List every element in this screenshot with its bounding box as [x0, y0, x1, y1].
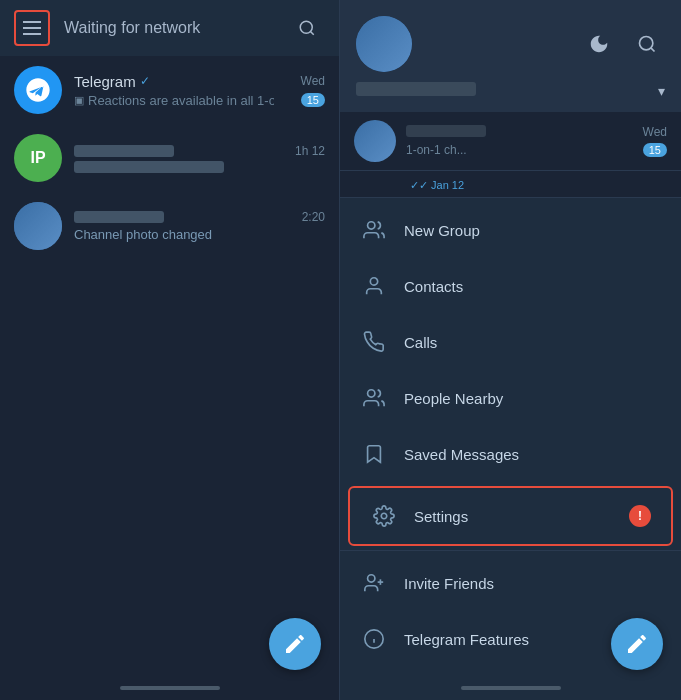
- menu-item-label: Invite Friends: [404, 575, 494, 592]
- avatar: [14, 66, 62, 114]
- group-icon: [360, 216, 388, 244]
- svg-point-6: [368, 390, 375, 397]
- info-icon: [360, 625, 388, 653]
- chat-time: 1h 12: [295, 144, 325, 158]
- chat-name: [74, 211, 164, 223]
- menu-list: New Group Contacts Calls: [340, 198, 681, 676]
- chat-item[interactable]: IP 1h 12: [0, 124, 339, 192]
- avatar: [14, 202, 62, 250]
- svg-point-2: [640, 37, 653, 50]
- menu-item-label: New Group: [404, 222, 480, 239]
- menu-button[interactable]: [14, 10, 50, 46]
- invite-icon: [360, 569, 388, 597]
- menu-item-label: Telegram Features: [404, 631, 529, 648]
- chat-preview-msg: [74, 161, 224, 173]
- menu-item-people-nearby[interactable]: People Nearby: [340, 370, 681, 426]
- chat-behind-time: Wed: [643, 125, 667, 139]
- divider: [340, 550, 681, 551]
- menu-item-settings[interactable]: Settings !: [350, 488, 671, 544]
- chat-behind-preview-text: 1-on-1 ch...: [406, 143, 467, 157]
- svg-line-3: [651, 48, 655, 52]
- chat-content: Telegram ✓ Wed ▣ Reactions are available…: [74, 73, 325, 108]
- chat-item[interactable]: Telegram ✓ Wed ▣ Reactions are available…: [0, 56, 339, 124]
- drawer-bottom-bar: [340, 676, 681, 700]
- nearby-icon: [360, 384, 388, 412]
- unread-badge: 15: [301, 93, 325, 107]
- svg-line-1: [310, 31, 313, 34]
- chat-list: Telegram ✓ Wed ▣ Reactions are available…: [0, 56, 339, 676]
- menu-item-saved-messages[interactable]: Saved Messages: [340, 426, 681, 482]
- settings-highlight-container: Settings !: [348, 486, 673, 546]
- chat-content: 2:20 Channel photo changed: [74, 210, 325, 242]
- menu-item-new-group[interactable]: New Group: [340, 202, 681, 258]
- svg-point-4: [368, 222, 375, 229]
- bottom-bar: [0, 676, 339, 700]
- svg-point-5: [370, 278, 377, 285]
- night-mode-button[interactable]: [581, 26, 617, 62]
- menu-item-label: Settings: [414, 508, 468, 525]
- chat-name: Telegram ✓: [74, 73, 150, 90]
- chat-item[interactable]: 2:20 Channel photo changed: [0, 192, 339, 260]
- chat-preview-msg: ▣ Reactions are available in all 1-on-1 …: [74, 93, 274, 108]
- chat-time: 2:20: [302, 210, 325, 224]
- profile-avatar[interactable]: [356, 16, 412, 72]
- drawer-header: ▾: [340, 0, 681, 112]
- search-button-drawer[interactable]: [629, 26, 665, 62]
- gear-icon: [370, 502, 398, 530]
- bookmark-icon: [360, 440, 388, 468]
- hamburger-icon: [23, 21, 41, 35]
- phone-icon: [360, 328, 388, 356]
- menu-item-calls[interactable]: Calls: [340, 314, 681, 370]
- chat-behind-unread: 15: [643, 143, 667, 157]
- svg-point-8: [368, 575, 375, 582]
- header: Waiting for network: [0, 0, 339, 56]
- svg-point-7: [381, 513, 387, 519]
- chat-preview-msg: Channel photo changed: [74, 227, 212, 242]
- settings-badge: !: [629, 505, 651, 527]
- header-icons: [581, 26, 665, 62]
- home-indicator: [120, 686, 220, 690]
- svg-point-0: [300, 21, 312, 33]
- search-button[interactable]: [289, 10, 325, 46]
- chat-behind-preview: Wed 1-on-1 ch... 15: [340, 112, 681, 171]
- compose-button-drawer[interactable]: [611, 618, 663, 670]
- compose-button[interactable]: [269, 618, 321, 670]
- menu-item-label: People Nearby: [404, 390, 503, 407]
- chevron-down-icon[interactable]: ▾: [658, 83, 665, 99]
- menu-item-invite-friends[interactable]: Invite Friends: [340, 555, 681, 611]
- chat-time: Wed: [301, 74, 325, 88]
- menu-item-label: Saved Messages: [404, 446, 519, 463]
- menu-item-label: Contacts: [404, 278, 463, 295]
- menu-item-contacts[interactable]: Contacts: [340, 258, 681, 314]
- chat-content: 1h 12: [74, 144, 325, 173]
- menu-item-label: Calls: [404, 334, 437, 351]
- home-indicator: [461, 686, 561, 690]
- verified-badge: ✓: [140, 74, 150, 88]
- left-panel: Waiting for network Telegram ✓: [0, 0, 340, 700]
- chat-behind-date: ✓✓ Jan 12: [340, 171, 681, 198]
- right-panel: ▾ Wed 1-on-1 ch... 15 ✓✓ Jan 12: [340, 0, 681, 700]
- profile-name: [356, 82, 476, 100]
- chat-name: [74, 145, 174, 157]
- header-title: Waiting for network: [64, 19, 289, 37]
- avatar: IP: [14, 134, 62, 182]
- person-icon: [360, 272, 388, 300]
